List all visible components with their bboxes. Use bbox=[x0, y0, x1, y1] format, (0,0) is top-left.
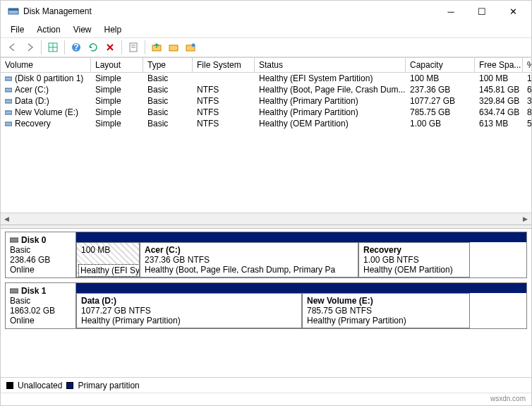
volume-icon bbox=[5, 109, 12, 116]
volume-icon bbox=[5, 75, 12, 82]
maximize-button[interactable]: ☐ bbox=[466, 1, 497, 22]
col-type[interactable]: Type bbox=[143, 58, 193, 73]
titlebar: Disk Management ─ ☐ ✕ bbox=[1, 1, 531, 22]
cell-fs: NTFS bbox=[193, 118, 255, 129]
partition-size: 100 MB bbox=[81, 245, 135, 255]
col-volume[interactable]: Volume bbox=[1, 58, 91, 73]
cell-capacity: 785.75 GB bbox=[406, 107, 475, 118]
action1-icon[interactable] bbox=[149, 40, 164, 55]
cell-layout: Simple bbox=[91, 84, 143, 95]
volume-icon bbox=[5, 86, 12, 93]
partition-label: New Volume (E:) bbox=[307, 296, 465, 306]
window-title: Disk Management bbox=[23, 6, 435, 16]
action2-icon[interactable] bbox=[166, 40, 181, 55]
cell-status: Healthy (Primary Partition) bbox=[255, 95, 406, 107]
partition-row: Data (D:)1077.27 GB NTFSHealthy (Primary… bbox=[76, 293, 526, 328]
minimize-button[interactable]: ─ bbox=[435, 1, 466, 22]
hscrollbar[interactable]: ◀ ▶ bbox=[1, 213, 531, 225]
table-row[interactable]: (Disk 0 partition 1)SimpleBasicHealthy (… bbox=[1, 73, 531, 84]
layout-icon[interactable] bbox=[45, 40, 61, 55]
table-row[interactable]: Data (D:)SimpleBasicNTFSHealthy (Primary… bbox=[1, 95, 531, 107]
svg-rect-19 bbox=[10, 238, 18, 242]
cell-pct: 1 bbox=[523, 73, 531, 84]
volume-header: Volume Layout Type File System Status Ca… bbox=[1, 57, 531, 73]
volume-icon bbox=[5, 97, 12, 105]
partition-size: 1.00 GB NTFS bbox=[363, 255, 465, 265]
scroll-left-icon[interactable]: ◀ bbox=[1, 213, 13, 225]
disk-info[interactable]: Disk 1Basic1863.02 GBOnline bbox=[6, 283, 76, 328]
partition-status: Healthy (Primary Partition) bbox=[81, 316, 297, 326]
delete-icon[interactable] bbox=[102, 40, 118, 55]
refresh-icon[interactable] bbox=[85, 40, 101, 55]
cell-type: Basic bbox=[143, 73, 193, 84]
cell-type: Basic bbox=[143, 95, 193, 107]
partition-status: Healthy (Primary Partition) bbox=[307, 316, 465, 326]
cell-capacity: 100 MB bbox=[406, 73, 475, 84]
disk-partitions: Data (D:)1077.27 GB NTFSHealthy (Primary… bbox=[76, 283, 526, 328]
close-button[interactable]: ✕ bbox=[497, 1, 528, 22]
partition[interactable]: New Volume (E:)785.75 GB NTFSHealthy (Pr… bbox=[302, 293, 470, 328]
svg-rect-20 bbox=[10, 289, 18, 293]
partition-stripe bbox=[76, 232, 526, 242]
legend: Unallocated Primary partition bbox=[1, 377, 531, 393]
disk-pane: Disk 0Basic238.46 GBOnline100 MBHealthy … bbox=[1, 229, 531, 377]
disk-name: Disk 0 bbox=[10, 235, 71, 245]
menu-help[interactable]: Help bbox=[99, 23, 128, 36]
table-row[interactable]: Acer (C:)SimpleBasicNTFSHealthy (Boot, P… bbox=[1, 84, 531, 95]
table-row[interactable]: RecoverySimpleBasicNTFSHealthy (OEM Part… bbox=[1, 118, 531, 129]
action3-icon[interactable] bbox=[183, 40, 198, 55]
cell-capacity: 237.36 GB bbox=[406, 84, 475, 95]
disk-size: 1863.02 GB bbox=[10, 306, 71, 316]
cell-free: 613 MB bbox=[475, 118, 523, 129]
volume-rows: (Disk 0 partition 1)SimpleBasicHealthy (… bbox=[1, 73, 531, 213]
disk-row: Disk 0Basic238.46 GBOnline100 MBHealthy … bbox=[5, 232, 527, 278]
cell-status: Healthy (EFI System Partition) bbox=[255, 73, 406, 84]
menu-view[interactable]: View bbox=[68, 23, 97, 36]
properties-icon[interactable] bbox=[126, 40, 141, 55]
menu-action[interactable]: Action bbox=[31, 23, 66, 36]
partition-label: Data (D:) bbox=[81, 296, 297, 306]
partition-row: 100 MBHealthy (EFI System Partition)Acer… bbox=[76, 242, 526, 277]
col-fs[interactable]: File System bbox=[193, 58, 255, 73]
col-pct[interactable]: % bbox=[523, 58, 531, 73]
cell-free: 329.84 GB bbox=[475, 95, 523, 107]
help-icon[interactable]: ? bbox=[68, 40, 84, 55]
cell-capacity: 1.00 GB bbox=[406, 118, 475, 129]
partition[interactable]: 100 MBHealthy (EFI System Partition) bbox=[76, 242, 140, 277]
legend-swatch-primary bbox=[66, 382, 73, 389]
partition[interactable]: Acer (C:)237.36 GB NTFSHealthy (Boot, Pa… bbox=[140, 242, 358, 277]
partition-stripe bbox=[76, 283, 526, 293]
partition[interactable]: Recovery1.00 GB NTFSHealthy (OEM Partiti… bbox=[358, 242, 470, 277]
col-layout[interactable]: Layout bbox=[91, 58, 143, 73]
forward-button[interactable] bbox=[22, 40, 37, 55]
cell-layout: Simple bbox=[91, 73, 143, 84]
menu-file[interactable]: File bbox=[5, 23, 30, 36]
back-button[interactable] bbox=[5, 40, 20, 55]
table-row[interactable]: New Volume (E:)SimpleBasicNTFSHealthy (P… bbox=[1, 107, 531, 118]
disk-icon bbox=[10, 236, 18, 244]
col-free[interactable]: Free Spa... bbox=[475, 58, 523, 73]
cell-volume: New Volume (E:) bbox=[1, 107, 91, 118]
disk-size: 238.46 GB bbox=[10, 255, 71, 265]
svg-rect-11 bbox=[169, 45, 178, 51]
cell-volume: Data (D:) bbox=[1, 95, 91, 107]
partition-status: Healthy (EFI System Partition) bbox=[78, 264, 140, 277]
disk-info[interactable]: Disk 0Basic238.46 GBOnline bbox=[6, 232, 76, 277]
col-capacity[interactable]: Capacity bbox=[406, 58, 475, 73]
cell-layout: Simple bbox=[91, 118, 143, 129]
scroll-right-icon[interactable]: ▶ bbox=[519, 213, 531, 225]
disk-row: Disk 1Basic1863.02 GBOnlineData (D:)1077… bbox=[5, 282, 527, 329]
cell-type: Basic bbox=[143, 84, 193, 95]
cell-layout: Simple bbox=[91, 107, 143, 118]
cell-type: Basic bbox=[143, 107, 193, 118]
cell-capacity: 1077.27 GB bbox=[406, 95, 475, 107]
partition[interactable]: Data (D:)1077.27 GB NTFSHealthy (Primary… bbox=[76, 293, 302, 328]
cell-fs: NTFS bbox=[193, 84, 255, 95]
cell-pct: 3 bbox=[523, 95, 531, 107]
disk-type: Basic bbox=[10, 245, 71, 255]
menubar: File Action View Help bbox=[1, 22, 531, 37]
svg-rect-18 bbox=[5, 122, 12, 126]
col-status[interactable]: Status bbox=[255, 58, 406, 73]
cell-volume: Acer (C:) bbox=[1, 84, 91, 95]
toolbar: ? bbox=[1, 37, 531, 57]
